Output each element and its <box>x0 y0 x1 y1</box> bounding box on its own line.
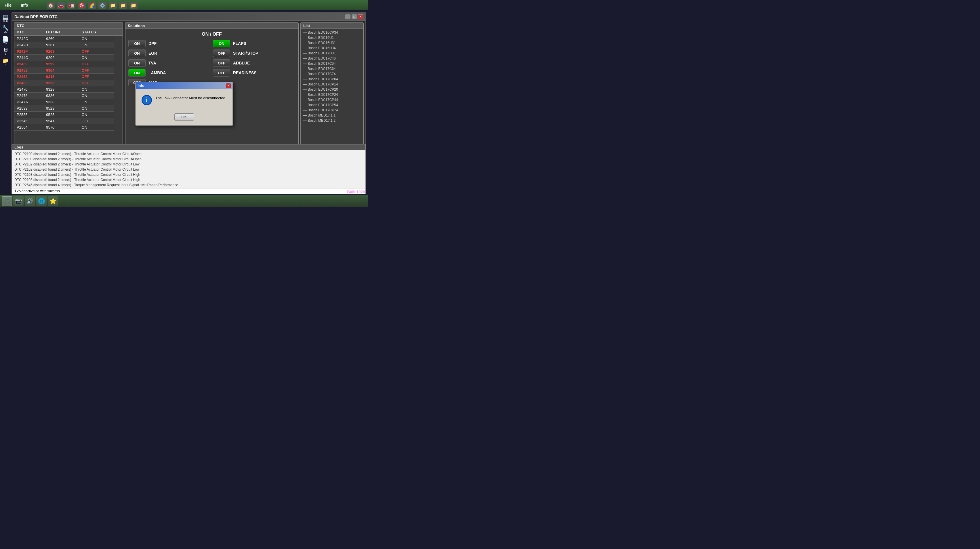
dialog-message: The TVA Connector Must be disconnected ! <box>155 96 227 105</box>
dialog-titlebar: Info ✕ <box>136 82 232 89</box>
info-icon: i <box>142 95 152 105</box>
info-dialog: Info ✕ i The TVA Connector Must be disco… <box>135 82 233 126</box>
dialog-close-button[interactable]: ✕ <box>226 83 231 88</box>
dialog-body: i The TVA Connector Must be disconnected… <box>136 89 232 111</box>
ok-button[interactable]: OK <box>174 113 194 121</box>
dialog-overlay: Info ✕ i The TVA Connector Must be disco… <box>0 0 368 207</box>
dialog-title: Info <box>138 83 145 88</box>
dialog-footer: OK <box>136 111 232 125</box>
